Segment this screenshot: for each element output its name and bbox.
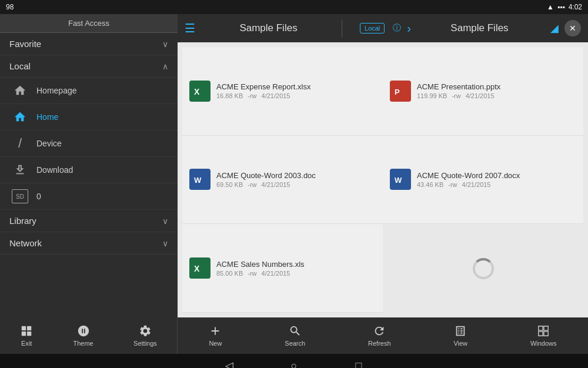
file-item-5[interactable]: X ACME Sales Numbers.xls 85.00 KB -rw 4/… — [182, 224, 383, 313]
file-name-1: ACME Expense Report.xlsx — [216, 82, 376, 91]
file-name-2: ACME Presentation.pptx — [417, 82, 576, 91]
search-button[interactable]: Search — [278, 320, 312, 352]
file-icon-doc-1: W — [189, 169, 211, 190]
toolbar-right: New Search Refresh View Windows — [178, 317, 588, 354]
wifi-icon: ▲ — [547, 3, 554, 11]
sidebar-item-device[interactable]: / Device — [0, 131, 178, 157]
sd-icon: SD — [12, 189, 28, 203]
file-item-2[interactable]: P ACME Presentation.pptx 119.99 KB -rw 4… — [383, 47, 583, 136]
back-button[interactable]: ◁ — [220, 357, 238, 368]
sidebar-network-label: Network — [9, 238, 42, 248]
svg-text:P: P — [395, 88, 400, 96]
svg-text:X: X — [194, 87, 200, 96]
sidebar-item-download[interactable]: Download — [0, 157, 178, 183]
sidebar-download-label: Download — [36, 165, 73, 175]
corner-decoration: ◢ — [550, 22, 559, 35]
refresh-button[interactable]: Refresh — [361, 320, 398, 352]
file-meta-2: 119.99 KB -rw 4/21/2015 — [417, 92, 576, 99]
file-item-1[interactable]: X ACME Expense Report.xlsx 16.88 KB -rw … — [182, 47, 383, 136]
file-grid: X ACME Expense Report.xlsx 16.88 KB -rw … — [178, 42, 588, 317]
svg-text:W: W — [395, 176, 402, 185]
sidebar-homepage-label: Homepage — [36, 86, 77, 95]
file-icon-xls: X — [189, 257, 211, 279]
file-meta-1: 16.88 KB -rw 4/21/2015 — [216, 92, 376, 99]
sidebar: Fast Access Favorite ∨ Local ∧ Homepage … — [0, 14, 178, 317]
sidebar-item-sd[interactable]: SD 0 — [0, 183, 178, 210]
loading-spinner — [473, 258, 494, 279]
sidebar-sd-label: 0 — [36, 192, 41, 201]
windows-button[interactable]: Windows — [523, 320, 564, 352]
device-icon: / — [12, 136, 28, 150]
battery-icon: ▪▪▪ — [557, 3, 565, 11]
signal-strength: 98 — [6, 3, 14, 11]
svg-text:X: X — [194, 264, 200, 273]
file-item-4[interactable]: W ACME Quote-Word 2007.docx 43.46 KB -rw… — [383, 136, 583, 225]
settings-button[interactable]: Settings — [126, 320, 164, 352]
sidebar-item-homepage[interactable]: Homepage — [0, 78, 178, 104]
sidebar-library-label: Library — [9, 216, 36, 226]
svg-rect-6 — [27, 326, 31, 330]
close-button[interactable]: ✕ — [564, 20, 581, 36]
sidebar-section-local[interactable]: Local ∧ — [0, 55, 178, 78]
theme-button[interactable]: Theme — [66, 320, 100, 352]
svg-rect-7 — [22, 332, 26, 336]
sidebar-header: Fast Access — [0, 14, 178, 33]
svg-rect-5 — [22, 326, 26, 330]
file-details-4: ACME Quote-Word 2007.docx 43.46 KB -rw 4… — [417, 171, 576, 188]
sidebar-section-library[interactable]: Library ∨ — [0, 210, 178, 232]
arrow-right-icon: › — [407, 22, 411, 35]
file-name-4: ACME Quote-Word 2007.docx — [417, 171, 576, 180]
file-meta-4: 43.46 KB -rw 4/21/2015 — [417, 181, 576, 188]
toolbar-left: Exit Theme Settings — [0, 317, 178, 354]
header-title-left: Sample Files — [206, 22, 331, 34]
header-title-right: Sample Files — [417, 22, 542, 34]
sidebar-item-home[interactable]: Home — [0, 104, 178, 131]
home-nav-button[interactable]: ○ — [285, 357, 303, 368]
home-icon — [12, 83, 28, 98]
file-details-5: ACME Sales Numbers.xls 85.00 KB -rw 4/21… — [216, 260, 376, 277]
chevron-down-icon-library: ∨ — [162, 216, 168, 226]
file-icon-xlsx-1: X — [189, 81, 211, 102]
chevron-up-icon: ∧ — [162, 62, 168, 71]
file-icon-pptx: P — [390, 81, 411, 102]
info-icon[interactable]: ⓘ — [393, 23, 401, 34]
sidebar-local-label: Local — [9, 61, 31, 71]
file-item-empty — [383, 224, 583, 313]
content-area: ☰ Sample Files Local ⓘ › Sample Files ◢ … — [178, 14, 588, 317]
chevron-down-icon: ∨ — [162, 39, 168, 49]
svg-rect-8 — [27, 332, 31, 336]
status-bar: 98 ▲ ▪▪▪ 4:02 — [0, 0, 588, 14]
status-bar-left: 98 — [6, 3, 14, 11]
status-bar-right: ▲ ▪▪▪ 4:02 — [547, 3, 582, 11]
exit-button[interactable]: Exit — [13, 320, 40, 352]
nav-bar: ◁ ○ □ — [0, 354, 588, 368]
content-header: ☰ Sample Files Local ⓘ › Sample Files ◢ … — [178, 14, 588, 42]
local-badge[interactable]: Local — [360, 23, 385, 34]
folder-home-icon — [12, 110, 28, 124]
view-button[interactable]: View — [446, 320, 475, 352]
sidebar-section-favorite[interactable]: Favorite ∨ — [0, 33, 178, 55]
file-details-2: ACME Presentation.pptx 119.99 KB -rw 4/2… — [417, 82, 576, 99]
file-details-1: ACME Expense Report.xlsx 16.88 KB -rw 4/… — [216, 82, 376, 99]
sidebar-favorite-label: Favorite — [9, 39, 41, 49]
file-details-3: ACME Quote-Word 2003.doc 69.50 KB -rw 4/… — [216, 171, 376, 188]
sidebar-device-label: Device — [36, 139, 62, 148]
main-layout: Fast Access Favorite ∨ Local ∧ Homepage … — [0, 14, 588, 317]
file-meta-3: 69.50 KB -rw 4/21/2015 — [216, 181, 376, 188]
file-icon-doc-2: W — [390, 169, 411, 190]
bottom-toolbar: Exit Theme Settings New Search Refresh V… — [0, 317, 588, 354]
file-meta-5: 85.00 KB -rw 4/21/2015 — [216, 270, 376, 277]
sidebar-home-label: Home — [36, 112, 58, 122]
sidebar-section-network[interactable]: Network ∨ — [0, 232, 178, 255]
file-item-3[interactable]: W ACME Quote-Word 2003.doc 69.50 KB -rw … — [182, 136, 383, 225]
file-name-5: ACME Sales Numbers.xls — [216, 260, 376, 269]
download-icon — [12, 163, 28, 177]
new-button[interactable]: New — [202, 320, 229, 352]
hamburger-menu-icon[interactable]: ☰ — [185, 21, 195, 35]
recents-button[interactable]: □ — [350, 357, 368, 368]
chevron-down-icon-network: ∨ — [162, 239, 168, 248]
time-display: 4:02 — [569, 3, 582, 11]
header-divider — [342, 19, 342, 37]
svg-text:W: W — [194, 176, 202, 185]
file-name-3: ACME Quote-Word 2003.doc — [216, 171, 376, 180]
